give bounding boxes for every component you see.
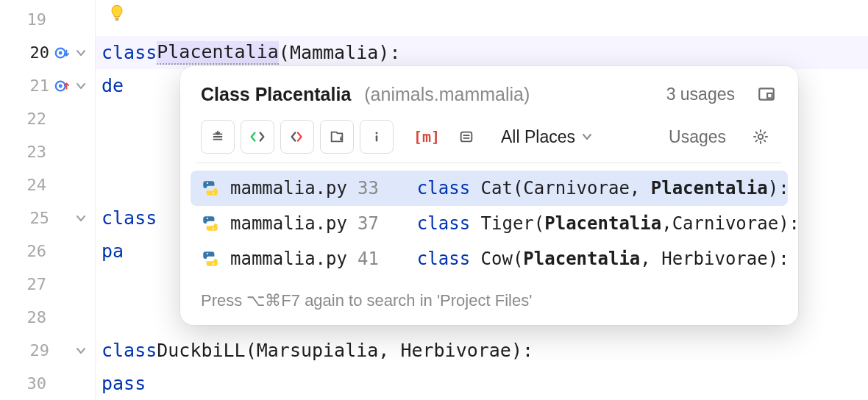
file-name: mammalia.py: [230, 249, 347, 269]
results-list: mammalia.py 33 class Cat(Carnivorae, Pla…: [180, 163, 798, 279]
gutter-row: 25: [0, 201, 95, 235]
line-number: 37: [357, 213, 379, 234]
keyword: de: [102, 75, 124, 96]
popup-toolbar: [m] All Places Usages: [180, 118, 798, 162]
svg-rect-9: [376, 135, 378, 141]
svg-point-1: [59, 51, 63, 54]
svg-point-12: [207, 182, 208, 184]
python-file-icon: [201, 214, 220, 233]
base-class: Mammalia: [290, 42, 378, 63]
usage-result-row[interactable]: mammalia.py 41 class Cow(Placentalia, He…: [191, 241, 788, 276]
line-number: 30: [18, 374, 46, 393]
navigate-previous-button[interactable]: [201, 120, 235, 154]
filter-m-icon[interactable]: [m]: [410, 120, 444, 154]
override-down-icon[interactable]: [54, 45, 70, 61]
svg-point-13: [213, 193, 214, 194]
svg-rect-7: [767, 93, 772, 98]
svg-point-14: [207, 218, 208, 219]
usages-tab-label[interactable]: Usages: [669, 127, 726, 147]
scope-label: All Places: [501, 127, 575, 147]
code-snippet: class Cat(Carnivorae, Placentalia):: [417, 178, 789, 199]
gutter-row: 23: [0, 135, 95, 168]
python-file-icon: [201, 249, 220, 268]
code-line[interactable]: pass: [96, 367, 868, 400]
popup-title: Class Placentalia: [201, 84, 351, 105]
line-number: 41: [357, 249, 379, 269]
svg-rect-4: [115, 18, 119, 19]
keyword: class: [102, 207, 157, 229]
scope-selector[interactable]: All Places: [495, 124, 599, 150]
line-number: 19: [18, 10, 46, 29]
popup-footer-hint: Press ⌥⌘F7 again to search in 'Project F…: [180, 279, 798, 325]
usages-popup: Class Placentalia (animals.mammalia) 3 u…: [180, 66, 798, 325]
gutter-row: 28: [0, 301, 95, 334]
line-number: 33: [357, 178, 379, 199]
line-number: 24: [18, 176, 46, 194]
popup-header: Class Placentalia (animals.mammalia) 3 u…: [180, 66, 798, 118]
gutter-row: 29: [0, 334, 95, 367]
svg-point-16: [207, 253, 208, 254]
line-number: 29: [21, 341, 49, 360]
code-line[interactable]: [96, 3, 868, 36]
keyword: class: [102, 42, 157, 63]
code-line[interactable]: class DuckbiLL(Marsupialia, Herbivorae):: [96, 334, 868, 367]
svg-point-11: [758, 135, 763, 139]
code-line[interactable]: class Placentalia(Mammalia):: [96, 36, 868, 69]
line-number: 28: [18, 308, 46, 326]
fold-chevron-icon[interactable]: [74, 46, 88, 60]
open-find-window-icon[interactable]: [757, 85, 778, 105]
line-number: 22: [18, 110, 46, 128]
line-number: 25: [21, 209, 49, 227]
usages-count: 3 usages: [666, 85, 735, 104]
popup-subtitle: (animals.mammalia): [364, 84, 530, 105]
gutter-row: 20: [0, 36, 95, 69]
show-write-access-button[interactable]: [280, 120, 314, 154]
svg-point-8: [376, 132, 378, 134]
override-up-icon[interactable]: [54, 78, 70, 94]
chevron-down-icon: [581, 127, 593, 147]
svg-point-3: [59, 84, 63, 88]
line-number: 23: [18, 143, 46, 161]
file-name: mammalia.py: [230, 213, 347, 234]
gutter-row: 24: [0, 168, 95, 201]
line-number: 20: [21, 43, 49, 62]
file-name: mammalia.py: [230, 178, 347, 199]
code-snippet: class Tiger(Placentalia,Carnivorae):: [417, 213, 798, 234]
usage-result-row[interactable]: mammalia.py 37 class Tiger(Placentalia,C…: [191, 206, 788, 241]
intention-bulb-icon[interactable]: [107, 4, 127, 24]
usage-result-row[interactable]: mammalia.py 33 class Cat(Carnivorae, Pla…: [191, 171, 788, 206]
info-button[interactable]: [360, 120, 394, 154]
gutter: 19 20 21 22 23: [0, 0, 96, 400]
svg-rect-10: [461, 132, 472, 142]
line-number: 21: [21, 76, 49, 95]
fold-chevron-icon[interactable]: [74, 212, 88, 225]
line-number: 26: [18, 242, 46, 260]
code-snippet: class Cow(Placentalia, Herbivorae):: [417, 249, 789, 269]
svg-rect-5: [115, 19, 119, 21]
gutter-row: 30: [0, 367, 95, 400]
fold-chevron-icon[interactable]: [74, 79, 88, 93]
gutter-row: 22: [0, 102, 95, 135]
line-number: 27: [18, 275, 46, 293]
keyword: class: [102, 340, 157, 361]
show-import-usages-button[interactable]: [320, 120, 354, 154]
keyword: pa: [102, 240, 124, 262]
show-read-access-button[interactable]: [241, 120, 274, 154]
gutter-row: 27: [0, 268, 95, 301]
code-text: DuckbiLL(Marsupialia, Herbivorae):: [157, 340, 533, 361]
gutter-row: 21: [0, 69, 95, 102]
svg-point-15: [213, 228, 214, 229]
preview-usages-button[interactable]: [449, 120, 483, 154]
python-file-icon: [201, 179, 220, 198]
gutter-row: 19: [0, 3, 95, 36]
keyword: pass: [102, 373, 146, 394]
gutter-row: 26: [0, 235, 95, 268]
settings-button[interactable]: [744, 120, 778, 154]
fold-chevron-icon[interactable]: [74, 344, 88, 357]
svg-point-17: [213, 263, 214, 265]
class-name: Placentalia: [157, 41, 279, 65]
